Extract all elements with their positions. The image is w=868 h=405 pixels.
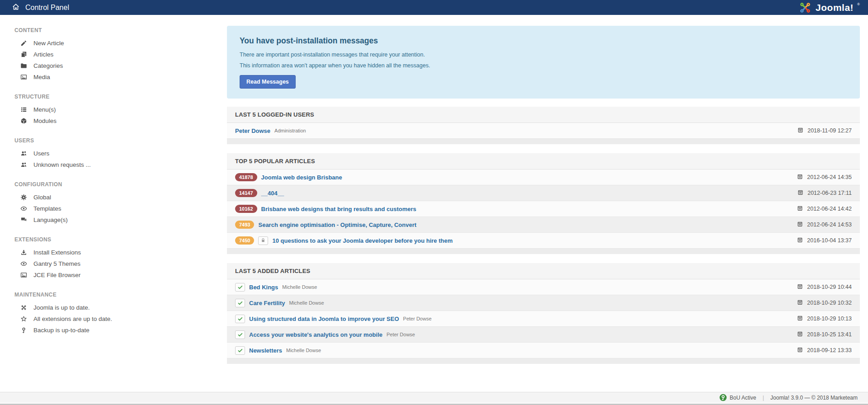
sidebar-header-content: CONTENT [14, 24, 181, 38]
panel-footer-strip [227, 139, 860, 144]
joomla-logo-text: Joomla! [816, 2, 854, 13]
sidebar-item-backup-status[interactable]: Backup is up-to-date [14, 325, 181, 336]
sidebar-item-label: Install Extensions [33, 249, 81, 256]
sidebar-item-label: Media [33, 74, 50, 80]
bou-active-badge: BoU Active [719, 394, 756, 401]
image-icon [20, 74, 28, 80]
sidebar-item-label: Templates [33, 205, 61, 212]
calendar-icon [797, 127, 803, 135]
pencil-icon [20, 40, 28, 47]
sidebar-item-label: Global [33, 194, 51, 201]
image-icon [20, 272, 28, 278]
sidebar-item-label: Backup is up-to-date [33, 327, 90, 334]
sidebar-item-label: Language(s) [33, 217, 68, 223]
sidebar-item-jce-file-browser[interactable]: JCE File Browser [14, 269, 181, 281]
article-link[interactable]: 10 questions to ask your Joomla develope… [272, 237, 453, 244]
article-link[interactable]: Brisbane web designs that bring results … [261, 206, 416, 212]
copy-icon [20, 51, 28, 58]
calendar-icon [797, 236, 803, 245]
bou-active-label: BoU Active [730, 395, 756, 401]
footer-divider: | [761, 394, 766, 401]
sidebar-item-templates[interactable]: Templates [14, 203, 181, 214]
sidebar-item-gantry-themes[interactable]: Gantry 5 Themes [14, 258, 181, 269]
sidebar-header-configuration: CONFIGURATION [14, 178, 181, 192]
sidebar-section-users: USERS Users Unknown requests ... [14, 134, 181, 170]
calendar-icon [797, 283, 803, 291]
post-installation-message-box: You have post-installation messages Ther… [227, 26, 860, 99]
article-link[interactable]: Care Fertility [249, 300, 285, 306]
sidebar-section-extensions: EXTENSIONS Install Extensions Gantry 5 T… [14, 233, 181, 281]
sidebar-item-users[interactable]: Users [14, 148, 181, 159]
user-group-label: Administration [274, 128, 306, 133]
message-box-line1: There are important post-installation me… [240, 52, 847, 58]
read-messages-button[interactable]: Read Messages [240, 75, 296, 89]
article-author: Michelle Dowse [289, 300, 324, 306]
sidebar-item-label: Unknown requests ... [33, 161, 91, 168]
article-author: Michelle Dowse [286, 348, 321, 353]
sidebar-item-languages[interactable]: Language(s) [14, 214, 181, 226]
sidebar-item-joomla-update-status[interactable]: Joomla is up to date. [14, 302, 181, 313]
article-date: 2018-10-29 10:13 [807, 316, 852, 322]
article-date: 2018-10-29 10:32 [807, 300, 852, 306]
article-date: 2018-10-25 13:41 [807, 331, 852, 338]
popular-article-row: 41878 Joomla web design Brisbane 2012-06… [227, 170, 860, 185]
calendar-icon [797, 221, 803, 229]
sidebar-header-structure: STRUCTURE [14, 90, 181, 104]
akeeba-badge-icon [719, 394, 727, 401]
footer-version-text: Joomla! 3.9.0 — © 2018 Marketeam [770, 395, 858, 401]
sidebar-item-label: JCE File Browser [33, 272, 80, 278]
calendar-icon [797, 315, 803, 323]
joomla-icon [20, 304, 28, 311]
sidebar-item-modules[interactable]: Modules [14, 115, 181, 127]
article-link[interactable]: Access your website's analytics on your … [249, 331, 382, 338]
panel-added-articles: LAST 5 ADDED ARTICLES Bed Kings Michelle… [227, 263, 860, 364]
sidebar-item-media[interactable]: Media [14, 71, 181, 83]
article-author: Peter Dowse [403, 316, 432, 321]
hits-badge: 10162 [235, 205, 257, 213]
message-box-line2: This information area won't appear when … [240, 62, 847, 69]
user-name-link[interactable]: Peter Dowse [235, 127, 270, 134]
sidebar-item-unknown-requests[interactable]: Unknown requests ... [14, 159, 181, 170]
sidebar-item-new-article[interactable]: New Article [14, 38, 181, 49]
folder-icon [20, 62, 28, 69]
home-icon [12, 3, 20, 13]
article-link[interactable]: Newsletters [249, 347, 282, 354]
added-article-row: Care Fertility Michelle Dowse 2018-10-29… [227, 295, 860, 311]
popular-article-row: 7493 Search engine optimisation - Optimi… [227, 217, 860, 233]
sidebar-item-label: New Article [33, 40, 64, 47]
joomla-logo: Joomla!® [798, 1, 860, 14]
sidebar-item-global[interactable]: Global [14, 192, 181, 203]
eye-icon [20, 260, 28, 267]
panel-title: LAST 5 ADDED ARTICLES [227, 263, 860, 279]
published-check-icon [235, 315, 245, 323]
message-box-title: You have post-installation messages [240, 36, 847, 46]
sidebar-item-categories[interactable]: Categories [14, 60, 181, 71]
users-icon [20, 150, 28, 157]
calendar-icon [797, 346, 803, 354]
sidebar-section-maintenance: MAINTENANCE Joomla is up to date. All ex… [14, 288, 181, 336]
list-icon [20, 106, 28, 113]
added-article-row: Newsletters Michelle Dowse 2018-09-12 13… [227, 343, 860, 358]
article-link[interactable]: Using structured data in Joomla to impro… [249, 316, 399, 322]
article-link[interactable]: Bed Kings [249, 284, 278, 291]
sidebar-item-install-extensions[interactable]: Install Extensions [14, 247, 181, 258]
lock-icon [258, 236, 268, 245]
sidebar-header-users: USERS [14, 134, 181, 148]
panel-popular-articles: TOP 5 POPULAR ARTICLES 41878 Joomla web … [227, 153, 860, 254]
article-link[interactable]: Joomla web design Brisbane [261, 174, 342, 181]
article-link[interactable]: __404__ [261, 190, 284, 197]
sidebar-item-menus[interactable]: Menu(s) [14, 104, 181, 115]
article-link[interactable]: Search engine optimisation - Optimise, C… [258, 221, 416, 228]
sidebar-item-label: All extensions are up to date. [33, 316, 112, 322]
sidebar-item-extensions-update-status[interactable]: All extensions are up to date. [14, 313, 181, 325]
gear-icon [20, 194, 28, 201]
added-article-row: Using structured data in Joomla to impro… [227, 311, 860, 327]
sidebar-item-articles[interactable]: Articles [14, 49, 181, 60]
sidebar-item-label: Categories [33, 62, 63, 69]
sidebar-section-structure: STRUCTURE Menu(s) Modules [14, 90, 181, 127]
sidebar-item-label: Articles [33, 51, 53, 58]
joomla-logo-icon [798, 1, 812, 14]
sidebar-header-maintenance: MAINTENANCE [14, 288, 181, 302]
registered-mark: ® [857, 2, 860, 6]
panel-footer-strip [227, 249, 860, 254]
